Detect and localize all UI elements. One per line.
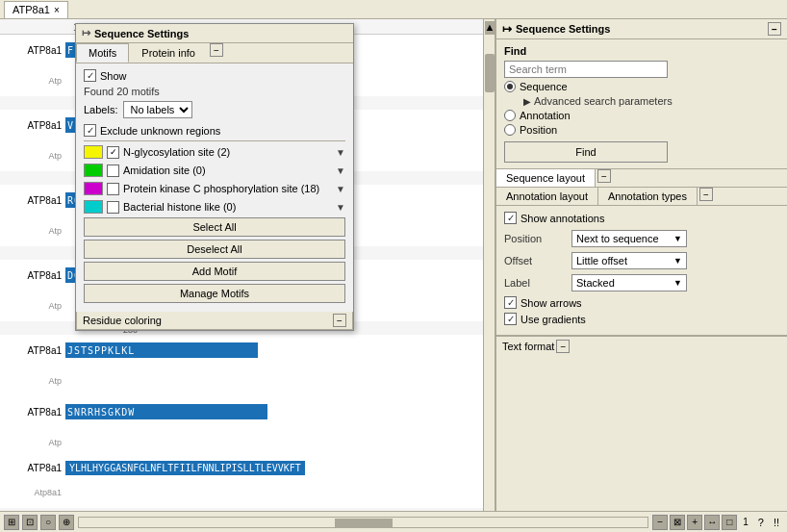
seq-row: Atp: [0, 427, 483, 458]
position-row: Position Next to sequence ▼: [504, 230, 779, 247]
motif-color-3: [84, 182, 103, 195]
seq-text: SNRRHSGKDW: [65, 407, 137, 418]
tab-label: ATP8a1: [13, 4, 50, 15]
annot-layout-tab[interactable]: Annotation layout: [496, 188, 598, 205]
found-text: Found 20 motifs: [84, 86, 345, 97]
right-panel: ↦ Sequence Settings − Find Sequence ▶ Ad…: [495, 19, 787, 511]
offset-dropdown-arrow: ▼: [673, 256, 682, 266]
show-row: Show: [84, 69, 345, 82]
horizontal-scrollbar[interactable]: [78, 517, 648, 528]
use-gradients-checkbox[interactable]: [504, 313, 517, 325]
seq-long-text: YLHLHYGGASNFGLNFLTFIILFNNLIPISLLTLEVVKFT: [65, 461, 483, 475]
position-prop-label: Position: [504, 233, 571, 244]
offset-dropdown[interactable]: Little offset ▼: [571, 252, 687, 269]
show-arrows-label: Show arrows: [520, 297, 582, 309]
tab-close-icon[interactable]: ×: [54, 5, 60, 15]
popup-content: Show Found 20 motifs Labels: No labels E…: [76, 63, 353, 312]
deselect-all-btn[interactable]: Deselect All: [84, 240, 345, 259]
show-label: Show: [100, 70, 127, 82]
motif-arrow-1[interactable]: ▼: [336, 147, 345, 158]
show-arrows-checkbox[interactable]: [504, 296, 517, 309]
seq-sublabel: Atp: [0, 376, 65, 386]
panel-min-btn[interactable]: −: [768, 22, 781, 36]
labels-label: Labels:: [84, 104, 117, 115]
scroll-up-btn[interactable]: ▲: [485, 21, 495, 35]
label-dropdown[interactable]: Stacked ▼: [571, 274, 687, 291]
show-annot-checkbox[interactable]: [504, 212, 517, 224]
main-area: 120 ATP8a1 F I EIIEDIKR Atp: [0, 19, 787, 511]
status-icon-4[interactable]: ⊕: [59, 515, 74, 530]
select-all-btn[interactable]: Select All: [84, 217, 345, 237]
seq-data: SNRRHSGKDW: [65, 404, 483, 419]
show-checkbox[interactable]: [84, 69, 96, 82]
popup-title-bar: ↦ Sequence Settings: [76, 24, 353, 43]
exclude-checkbox[interactable]: [84, 124, 96, 137]
seq-sublabel: Atp: [0, 226, 65, 236]
exclude-row: Exclude unknown regions: [84, 124, 345, 137]
page-icon[interactable]: □: [722, 515, 737, 530]
motif-checkbox-2[interactable]: [107, 165, 119, 177]
zoom-out-icon[interactable]: −: [652, 515, 668, 530]
scroll-thumb[interactable]: [485, 54, 495, 92]
fit-icon[interactable]: ↔: [704, 515, 720, 530]
vertical-scrollbar[interactable]: ▲ ▼: [483, 19, 495, 511]
seq-data: JSTSPPKLKL: [65, 342, 483, 358]
label-dropdown-arrow: ▼: [673, 278, 682, 288]
seq-label: ATP8a1: [0, 270, 65, 281]
motif-label-3: Protein kinase C phosphorylation site (1…: [123, 183, 334, 194]
info-icon[interactable]: !!: [770, 517, 783, 528]
position-dropdown-arrow: ▼: [673, 234, 682, 243]
tab-motifs[interactable]: Motifs: [76, 43, 129, 63]
motif-checkbox-1[interactable]: ✓: [107, 146, 119, 159]
annot-tabs: Annotation layout Annotation types −: [496, 188, 787, 206]
motif-arrow-2[interactable]: ▼: [336, 165, 345, 176]
motif-arrow-3[interactable]: ▼: [336, 184, 345, 194]
text-format-label: Text format: [502, 341, 554, 352]
panel-title-label: Sequence Settings: [516, 23, 610, 35]
annotation-radio-row: Annotation: [504, 110, 779, 121]
add-motif-btn[interactable]: Add Motif: [84, 262, 345, 281]
sequence-radio-label: Sequence: [520, 81, 568, 92]
motif-checkbox-3[interactable]: [107, 183, 119, 195]
adv-search[interactable]: ▶ Advanced search parameters: [523, 95, 779, 107]
residue-min-btn[interactable]: −: [333, 314, 346, 327]
position-radio[interactable]: [504, 124, 516, 136]
tab-atp8a1[interactable]: ATP8a1 ×: [4, 1, 68, 18]
h-scroll-thumb[interactable]: [335, 519, 393, 528]
search-input[interactable]: [504, 61, 668, 78]
find-btn-label: Find: [575, 146, 596, 158]
motif-row-1: ✓ N-glycosylation site (2) ▼: [84, 144, 345, 160]
residue-coloring-label: Residue coloring: [83, 315, 162, 326]
help-icon[interactable]: ?: [754, 517, 768, 528]
annot-close[interactable]: −: [699, 188, 713, 201]
label-value: Stacked: [576, 277, 615, 289]
seq-row: ATP8a1 JSTSPPKLKL: [0, 335, 483, 366]
sequence-radio[interactable]: [504, 81, 516, 92]
motif-row-3: Protein kinase C phosphorylation site (1…: [84, 181, 345, 196]
annotation-radio[interactable]: [504, 110, 516, 121]
labels-select[interactable]: No labels: [123, 101, 192, 118]
motif-arrow-4[interactable]: ▼: [336, 202, 345, 213]
seq-settings-popup: ↦ Sequence Settings Motifs Protein info …: [75, 23, 354, 331]
seq-layout-tab[interactable]: Sequence layout: [496, 169, 596, 187]
motif-label-4: Bacterial histone like (0): [123, 201, 334, 213]
seq-layout-close[interactable]: −: [597, 169, 611, 183]
label-prop-label: Label: [504, 277, 571, 289]
popup-title: Sequence Settings: [94, 28, 189, 39]
status-icon-2[interactable]: ⊡: [22, 515, 38, 530]
adv-search-arrow: ▶: [523, 96, 531, 107]
motif-checkbox-4[interactable]: [107, 201, 119, 214]
position-dropdown[interactable]: Next to sequence ▼: [571, 230, 687, 247]
status-icon-3[interactable]: ○: [40, 515, 56, 530]
zoom-in-icon[interactable]: +: [687, 515, 702, 530]
popup-close-btn[interactable]: −: [210, 43, 223, 57]
text-format-close[interactable]: −: [556, 340, 570, 353]
tab-protein-info[interactable]: Protein info: [129, 43, 208, 63]
page-indicator: 1: [739, 517, 752, 527]
annot-types-tab[interactable]: Annotation types: [598, 188, 698, 205]
manage-motifs-btn[interactable]: Manage Motifs: [84, 284, 345, 303]
seq-text: JSTSPPKLKL: [65, 345, 137, 356]
status-icon-1[interactable]: ⊞: [4, 515, 19, 530]
zoom-level: ⊠: [670, 515, 685, 530]
find-btn[interactable]: Find: [504, 141, 668, 163]
